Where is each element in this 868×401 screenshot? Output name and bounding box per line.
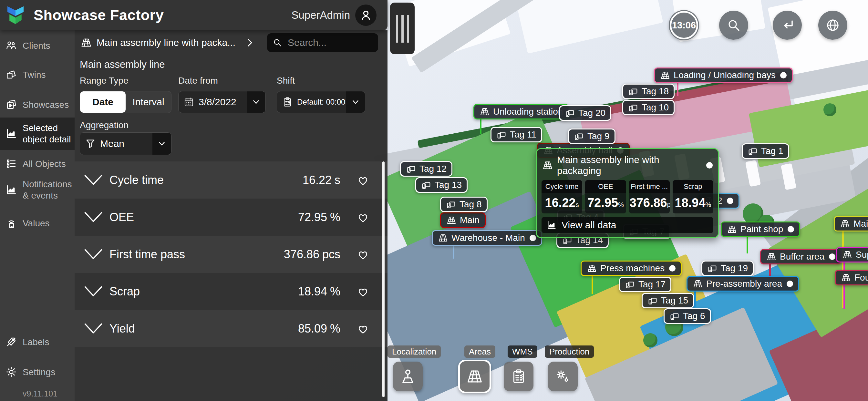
labels-icon <box>5 336 18 348</box>
app-title: Showcase Factory <box>34 7 164 24</box>
tag-label-tag-11[interactable]: Tag 11 <box>491 127 542 143</box>
popup-stat-scrap[interactable]: Scrap18.94% <box>673 180 713 213</box>
area-label-unloading-station[interactable]: Unloading station <box>473 104 569 120</box>
status-dot[interactable] <box>530 235 536 241</box>
metric-row-cycle-time[interactable]: Cycle time16.22s <box>74 161 388 198</box>
toolbar-button-wms[interactable] <box>504 362 533 391</box>
toolbar-button-areas[interactable] <box>458 360 491 393</box>
status-dot[interactable] <box>706 162 713 168</box>
status-dot[interactable] <box>829 253 835 260</box>
device-tag-icon <box>628 86 639 96</box>
sidebar-item-values[interactable]: Values <box>0 216 74 230</box>
back-button[interactable] <box>773 11 802 40</box>
date-from-picker[interactable]: 3/8/2022 <box>178 91 266 113</box>
sidebar-item-settings[interactable]: Settings <box>0 365 74 379</box>
sidebar-item-selected-object-detail[interactable]: Selected object detail <box>0 118 74 150</box>
heart-icon <box>355 174 370 187</box>
status-dot[interactable] <box>727 197 733 204</box>
collapse-panel-handle[interactable] <box>390 3 414 54</box>
shift-dropdown-button[interactable] <box>346 91 365 113</box>
clock-button[interactable]: 13:06 <box>669 10 699 40</box>
avatar[interactable] <box>355 4 376 26</box>
metric-value: 376.86pcs <box>284 248 340 261</box>
tag-label-tag-19[interactable]: Tag 19 <box>702 260 754 276</box>
status-dot[interactable] <box>780 72 786 79</box>
aggregation-dropdown-button[interactable] <box>152 133 171 155</box>
area-label-buffer-area[interactable]: Buffer area <box>760 249 841 265</box>
status-dot[interactable] <box>786 281 793 287</box>
selected-object-popup[interactable]: Main assembly line with packaging Cycle … <box>536 148 719 238</box>
popup-stat-first-time[interactable]: First time ...376.86pcs <box>629 180 670 213</box>
metric-row-first-time-pass[interactable]: First time pass376.86pcs <box>74 236 388 273</box>
favorite-button[interactable] <box>348 211 378 224</box>
tag-label-text: Tag 12 <box>420 164 446 174</box>
stat-number: 72.95 <box>587 196 618 210</box>
tag-label-tag-17[interactable]: Tag 17 <box>619 277 671 292</box>
favorite-button[interactable] <box>348 248 378 261</box>
leader-line <box>592 275 593 294</box>
status-dot[interactable] <box>787 226 794 233</box>
area-label-super[interactable]: Super <box>836 247 868 263</box>
area-label-warehouse-main[interactable]: Warehouse - Main <box>432 230 542 246</box>
metric-value: 72.95% <box>298 211 340 224</box>
view-all-data-button[interactable]: View all data <box>541 217 713 233</box>
breadcrumb[interactable]: Main assembly line with packa... <box>81 33 260 52</box>
tag-label-text: Tag 20 <box>578 108 606 118</box>
range-interval-button[interactable]: Interval <box>126 91 171 113</box>
toolbar-button-production[interactable] <box>548 362 578 391</box>
panel-scrollbar[interactable] <box>382 161 384 397</box>
popup-stat-cycle-time[interactable]: Cycle time16.22s <box>541 180 582 213</box>
tag-label-tag-9[interactable]: Tag 9 <box>568 128 616 144</box>
area-grid-icon <box>840 219 850 229</box>
date-dropdown-button[interactable] <box>247 91 266 113</box>
tag-label-tag-13[interactable]: Tag 13 <box>415 177 468 193</box>
sidebar-item-clients[interactable]: Clients <box>0 38 74 53</box>
tag-label-tag-8[interactable]: Tag 8 <box>440 197 488 212</box>
favorite-button[interactable] <box>348 322 378 335</box>
metric-row-scrap[interactable]: Scrap18.94% <box>74 273 388 310</box>
area-label-press-machines[interactable]: Press machines <box>581 260 682 276</box>
heart-icon <box>355 322 370 335</box>
sidebar-item-labels[interactable]: Labels <box>0 335 74 349</box>
tree <box>643 333 657 347</box>
metric-name: Scrap <box>110 285 140 298</box>
sidebar-item-notifications-events[interactable]: Notifications & events <box>0 175 74 204</box>
sidebar-item-all-objects[interactable]: All Objects <box>0 157 74 171</box>
tag-label-tag-6[interactable]: Tag 6 <box>663 308 711 324</box>
shift-picker[interactable]: Default: 00:00 - 23:5 <box>277 91 365 113</box>
area-label-text: Unloading station <box>493 106 563 117</box>
area-label-main[interactable]: Main <box>440 212 486 228</box>
tag-label-tag-12[interactable]: Tag 12 <box>400 161 453 177</box>
metric-row-oee[interactable]: OEE72.95% <box>74 198 388 236</box>
popup-stat-oee[interactable]: OEE72.95% <box>585 180 626 213</box>
scene-search-button[interactable] <box>719 11 748 40</box>
toolbar-button-localization[interactable] <box>393 362 423 391</box>
tag-label-tag-15[interactable]: Tag 15 <box>642 293 694 308</box>
tag-label-text: Tag 8 <box>460 199 482 210</box>
favorite-button[interactable] <box>348 174 378 187</box>
area-label-maint[interactable]: Maint <box>834 216 868 232</box>
tag-label-tag-10[interactable]: Tag 10 <box>622 100 675 115</box>
area-label-pre-assembly-area[interactable]: Pre-assembly area <box>686 276 799 291</box>
status-dot[interactable] <box>669 265 676 272</box>
globe-button[interactable] <box>818 11 847 40</box>
search-input[interactable] <box>287 37 373 49</box>
clients-icon <box>5 39 18 52</box>
aggregation-picker[interactable]: Mean <box>80 132 172 155</box>
area-label-paint-shop[interactable]: Paint shop <box>721 221 800 237</box>
breadcrumb-label: Main assembly line with packa... <box>97 37 236 48</box>
area-label-found[interactable]: Found <box>835 270 868 285</box>
sidebar-item-showcases[interactable]: Showcases <box>0 97 74 112</box>
user-menu[interactable]: SuperAdmin <box>291 4 376 26</box>
tag-label-tag-1[interactable]: Tag 1 <box>742 143 789 159</box>
metric-row-yield[interactable]: Yield85.09% <box>74 310 388 347</box>
sidebar-item-twins[interactable]: Twins <box>0 67 74 82</box>
metric-chevron-icon <box>83 211 104 224</box>
area-label-loading-unloading-bays[interactable]: Loading / Unloading bays <box>654 67 793 83</box>
tag-label-tag-18[interactable]: Tag 18 <box>622 84 675 99</box>
tag-label-tag-20[interactable]: Tag 20 <box>559 105 611 121</box>
range-date-button[interactable]: Date <box>80 91 126 113</box>
tooltip-production: Production <box>545 345 594 358</box>
favorite-button[interactable] <box>348 285 378 298</box>
metric-number: 18.94 <box>298 285 327 298</box>
